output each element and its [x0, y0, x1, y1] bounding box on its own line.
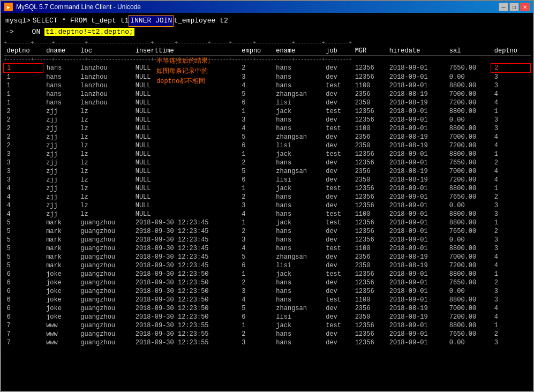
table-cell: 1 — [238, 218, 273, 227]
table-row: 4zjjlzNULL3hansdev123562018-09-010.003 — [4, 201, 531, 210]
col-mgr: MGR — [352, 47, 386, 56]
table-header-row: deptno dname loc inserttime empno ename … — [4, 47, 531, 56]
col-hiredate: hiredate — [386, 47, 446, 56]
sql-text-before: SELECT * FROM t_dept t1 — [33, 16, 129, 26]
table-cell: lz — [77, 184, 132, 193]
table-cell: 2018-09-30 12:23:55 — [132, 321, 239, 330]
table-cell: 7650.00 — [446, 330, 491, 338]
table-row: 4zjjlzNULL4hanstest11002018-09-018800.00… — [4, 210, 531, 218]
table-cell: dev — [322, 116, 351, 124]
table-cell: 5 — [238, 304, 273, 313]
table-row: 3zjjlzNULL5zhangsandev23562018-08-197000… — [4, 167, 531, 176]
table-cell: guangzhou — [77, 330, 132, 338]
console-area: mysql> SELECT * FROM t_dept t1 INNER JOI… — [1, 13, 533, 391]
table-cell: 12356 — [352, 150, 386, 159]
table-cell: 0.00 — [446, 73, 491, 82]
table-cell: 12356 — [352, 330, 386, 338]
window-title: MySQL 5.7 Command Line Client - Unicode — [16, 3, 141, 11]
table-cell: dev — [322, 236, 351, 244]
table-cell: guangzhou — [77, 278, 132, 287]
table-cell: lz — [77, 176, 132, 184]
table-container[interactable]: +--------+------+----------+------------… — [1, 39, 533, 347]
table-cell: 3 — [491, 287, 531, 296]
table-cell: 7650.00 — [446, 193, 491, 201]
table-cell: 12356 — [352, 287, 386, 296]
table-cell: 2018-09-30 12:23:55 — [132, 330, 239, 338]
table-cell: lisi — [273, 176, 322, 184]
table-cell: 2018-09-01 — [386, 193, 446, 201]
table-cell: 1 — [4, 81, 43, 90]
table-cell: 7000.00 — [446, 90, 491, 99]
table-cell: 2 — [4, 116, 43, 124]
table-cell: zhangsan — [273, 304, 322, 313]
table-cell: 7000.00 — [446, 253, 491, 261]
table-cell: dev — [322, 159, 351, 167]
table-cell: 1100 — [352, 81, 386, 90]
table-cell: lisi — [273, 141, 322, 150]
inner-join-keyword: INNER JOIN — [129, 15, 174, 27]
table-cell: zjj — [43, 124, 77, 133]
table-cell: 3 — [4, 150, 43, 159]
table-cell: NULL — [132, 124, 239, 133]
table-cell: zhangsan — [273, 90, 322, 99]
table-cell: 2018-09-01 — [386, 296, 446, 304]
table-cell: 4 — [238, 244, 273, 253]
close-button[interactable]: ✕ — [520, 3, 530, 11]
table-cell: lanzhou — [77, 81, 132, 90]
table-cell: 3 — [238, 116, 273, 124]
table-cell: guangzhou — [77, 227, 132, 236]
table-cell: 2356 — [352, 90, 386, 99]
table-cell: NULL — [132, 133, 239, 141]
table-cell: 4 — [238, 81, 273, 90]
table-cell: 1100 — [352, 210, 386, 218]
table-cell: 2356 — [352, 167, 386, 176]
table-row: 4zjjlzNULL2hansdev123562018-09-017650.00… — [4, 193, 531, 201]
table-cell: hans — [43, 99, 77, 107]
table-cell: 2018-09-01 — [386, 287, 446, 296]
table-cell: lz — [77, 116, 132, 124]
table-cell: dev — [322, 287, 351, 296]
table-cell: NULL — [132, 116, 239, 124]
table-cell: 12356 — [352, 338, 386, 347]
table-cell: 12356 — [352, 321, 386, 330]
table-cell: NULL — [132, 193, 239, 201]
table-cell: dev — [322, 64, 351, 73]
table-cell: 4 — [238, 210, 273, 218]
table-cell: 8800.00 — [446, 184, 491, 193]
table-cell: zjj — [43, 201, 77, 210]
table-cell: lz — [77, 124, 132, 133]
table-cell: 5 — [238, 133, 273, 141]
maximize-button[interactable]: □ — [509, 3, 519, 11]
table-cell: 8800.00 — [446, 244, 491, 253]
col-sal: sal — [446, 47, 491, 56]
table-cell: 1 — [4, 73, 43, 82]
table-cell: 3 — [491, 338, 531, 347]
table-cell: 1 — [491, 150, 531, 159]
table-cell: hans — [273, 201, 322, 210]
table-row: 3zjjlzNULL2hansdev123562018-09-017650.00… — [4, 159, 531, 167]
table-cell: 2018-09-01 — [386, 64, 446, 73]
table-cell: hans — [273, 278, 322, 287]
table-cell: 7650.00 — [446, 159, 491, 167]
table-cell: hans — [43, 81, 77, 90]
col-deptno-1: deptno — [4, 47, 43, 56]
table-cell: hans — [273, 296, 322, 304]
table-cell: zhangsan — [273, 167, 322, 176]
table-cell: zjj — [43, 184, 77, 193]
table-cell: www — [43, 321, 77, 330]
app-icon: ► — [4, 3, 13, 11]
table-cell: 2018-09-30 12:23:50 — [132, 313, 239, 321]
table-cell: 0.00 — [446, 287, 491, 296]
table-cell: 6 — [4, 278, 43, 287]
table-cell: 7650.00 — [446, 64, 491, 73]
table-cell: NULL — [132, 159, 239, 167]
table-cell: 12356 — [352, 107, 386, 116]
table-cell: 2018-08-19 — [386, 167, 446, 176]
table-cell: lanzhou — [77, 73, 132, 82]
minimize-button[interactable]: ─ — [499, 3, 508, 11]
table-cell: 1 — [491, 321, 531, 330]
table-cell: 5 — [238, 90, 273, 99]
table-cell: hans — [43, 64, 77, 73]
table-cell: zjj — [43, 133, 77, 141]
table-cell: 1100 — [352, 124, 386, 133]
